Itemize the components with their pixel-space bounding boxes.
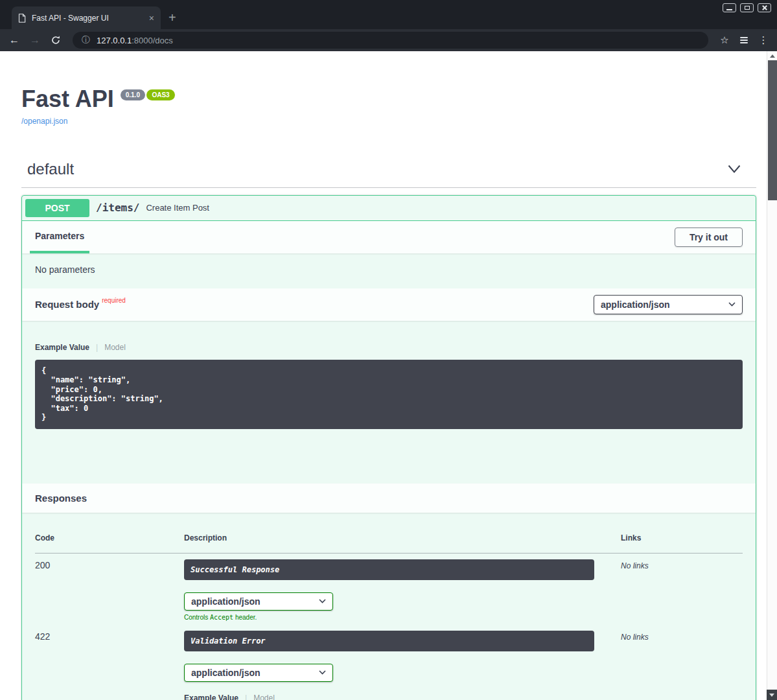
- tab-divider: |: [245, 694, 247, 700]
- back-button[interactable]: ←: [6, 35, 22, 45]
- opblock-post-items: POST /items/ Create Item Post Parameters…: [21, 195, 756, 700]
- tab-parameters[interactable]: Parameters: [30, 221, 89, 253]
- api-title: Fast API: [21, 86, 114, 112]
- reading-list-icon[interactable]: [737, 37, 751, 43]
- post-method-badge: POST: [25, 199, 89, 217]
- browser-toolbar: ← → ⓘ 127.0.0.1:8000/docs ☆ ⋮: [0, 29, 777, 51]
- tab-example-value[interactable]: Example Value: [35, 343, 89, 352]
- tab-divider: |: [96, 343, 98, 352]
- tab-close-icon[interactable]: ×: [149, 14, 154, 23]
- parameters-header: Parameters Try it out: [22, 221, 756, 253]
- tab-model[interactable]: Model: [104, 343, 126, 352]
- tab-model[interactable]: Model: [253, 694, 275, 700]
- version-badge: 0.1.0: [121, 89, 145, 100]
- url-path: :8000/docs: [132, 36, 173, 45]
- chevron-down-icon: [319, 599, 326, 603]
- responses-table: Code Description Links 200 Successful Re…: [35, 523, 743, 700]
- forward-button[interactable]: →: [27, 35, 43, 45]
- response-description-box: Validation Error: [184, 631, 594, 651]
- accept-header-note: Controls Accept header.: [184, 614, 621, 621]
- no-parameters-text: No parameters: [22, 253, 756, 288]
- window-minimize-button[interactable]: [723, 3, 736, 12]
- tab-example-value[interactable]: Example Value: [184, 694, 238, 700]
- api-info: Fast API 0.1.0 OAS3 /openapi.json: [21, 51, 756, 126]
- try-it-out-button[interactable]: Try it out: [675, 228, 743, 247]
- endpoint-path: /items/: [96, 202, 139, 214]
- reload-button[interactable]: [48, 35, 64, 45]
- page-favicon-icon: [18, 14, 26, 23]
- page-viewport: Fast API 0.1.0 OAS3 /openapi.json defaul…: [0, 51, 777, 700]
- window-close-button[interactable]: [758, 3, 771, 12]
- scrollbar-up-button[interactable]: [767, 51, 777, 60]
- tag-name: default: [27, 160, 74, 178]
- column-header-description: Description: [184, 523, 621, 554]
- column-header-links: Links: [621, 523, 743, 554]
- response-links: No links: [621, 561, 649, 570]
- browser-titlebar: Fast API - Swagger UI × +: [0, 0, 777, 29]
- response-code: 200: [35, 560, 50, 570]
- response-description-box: Successful Response: [184, 559, 594, 580]
- menu-icon[interactable]: ⋮: [756, 34, 771, 46]
- url-text: 127.0.0.1:8000/docs: [97, 36, 173, 45]
- request-body-label: Request bodyrequired: [35, 299, 126, 310]
- response-content-type-select[interactable]: application/json: [184, 592, 333, 611]
- response-links: No links: [621, 633, 649, 642]
- tag-section-header[interactable]: default: [21, 160, 756, 188]
- swagger-content: Fast API 0.1.0 OAS3 /openapi.json defaul…: [0, 51, 767, 700]
- column-header-code: Code: [35, 523, 184, 554]
- request-body-section: Example Value | Model { "name": "string"…: [22, 321, 756, 484]
- openapi-spec-link[interactable]: /openapi.json: [21, 117, 67, 126]
- oas-badge: OAS3: [146, 89, 174, 100]
- endpoint-summary: Create Item Post: [146, 203, 209, 213]
- request-content-type-select[interactable]: application/json: [594, 295, 743, 314]
- response-row-422: 422 Validation Error application/json: [35, 625, 743, 700]
- site-info-icon[interactable]: ⓘ: [82, 34, 90, 46]
- request-body-header: Request bodyrequired application/json: [22, 288, 756, 321]
- new-tab-button[interactable]: +: [168, 11, 176, 24]
- window-controls: [723, 3, 771, 12]
- tab-title: Fast API - Swagger UI: [32, 14, 143, 23]
- response-code: 422: [35, 631, 50, 642]
- chevron-down-icon: [728, 302, 736, 307]
- window-maximize-button[interactable]: [740, 3, 754, 12]
- scrollbar-down-button[interactable]: [767, 690, 777, 700]
- page-scrollbar[interactable]: [767, 51, 777, 700]
- required-badge: required: [102, 297, 126, 304]
- address-bar[interactable]: ⓘ 127.0.0.1:8000/docs: [73, 32, 708, 49]
- url-host: 127.0.0.1: [97, 36, 132, 45]
- opblock-summary[interactable]: POST /items/ Create Item Post: [22, 196, 756, 221]
- response-content-type-select[interactable]: application/json: [184, 664, 333, 682]
- chevron-down-icon[interactable]: [728, 165, 741, 174]
- response-row-200: 200 Successful Response application/json…: [35, 553, 743, 625]
- bookmark-star-icon[interactable]: ☆: [717, 34, 732, 46]
- scrollbar-thumb[interactable]: [768, 60, 777, 200]
- responses-title: Responses: [35, 493, 87, 504]
- responses-header: Responses: [22, 484, 756, 513]
- example-code-block: { "name": "string", "price": 0, "descrip…: [35, 360, 743, 429]
- responses-section: Code Description Links 200 Successful Re…: [22, 513, 756, 700]
- browser-tab[interactable]: Fast API - Swagger UI ×: [12, 6, 161, 29]
- chevron-down-icon: [319, 670, 326, 675]
